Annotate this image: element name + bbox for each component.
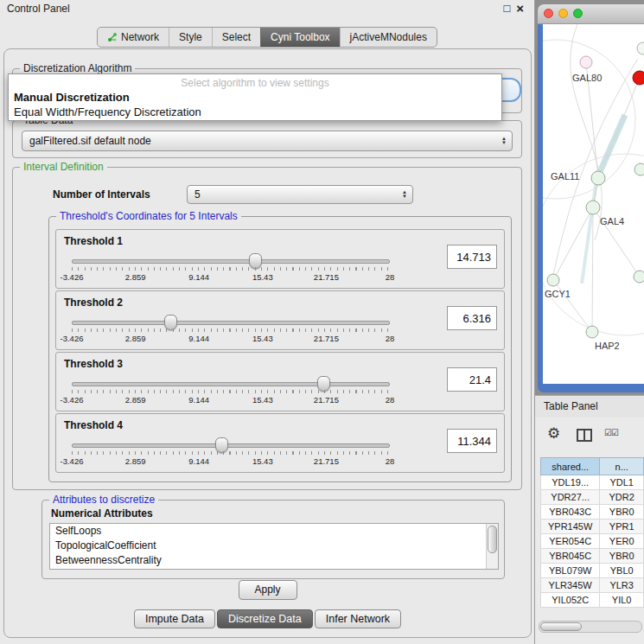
table-row[interactable]: YDR27...YDR2	[541, 490, 644, 505]
list-vertical-scrollbar[interactable]	[486, 524, 498, 569]
right-region: GAL80 GAL11 GAL4 GCY1 HAP2 Table Panel ⚙…	[535, 0, 644, 644]
dropdown-placeholder-item: Select algorithm to view settings	[9, 74, 501, 90]
table-horizontal-scrollbar[interactable]	[539, 621, 642, 633]
slider-scale: -3.426 2.859 9.144 15.43 21.715 28	[72, 395, 390, 405]
combobox-value: galFiltered.sif default node	[22, 135, 151, 147]
settings-gear-icon[interactable]: ⚙	[547, 424, 560, 443]
network-node-selected[interactable]	[633, 71, 644, 85]
apply-button[interactable]: Apply	[239, 580, 297, 600]
combobox-stepper-icon: ▲▼	[397, 190, 412, 199]
network-node[interactable]	[591, 171, 605, 185]
network-node[interactable]	[634, 163, 644, 175]
number-of-intervals-combobox[interactable]: 5 ▲▼	[187, 185, 413, 204]
threshold-4-value-field[interactable]: 11.344	[447, 429, 497, 453]
slider-scale: -3.426 2.859 9.144 15.43 21.715 28	[72, 272, 390, 283]
interval-definition-group: Interval Definition Number of Intervals …	[12, 167, 522, 490]
columns-icon[interactable]	[577, 429, 592, 442]
threshold-4-slider[interactable]: -3.426 2.859 9.144 15.43 21.715 28	[72, 437, 390, 469]
threshold-2-slider[interactable]: -3.426 2.859 9.144 15.43 21.715 28	[72, 314, 390, 347]
tab-label: Style	[179, 31, 202, 43]
table-row[interactable]: YDL19...YDL1	[541, 475, 644, 490]
table-data-combobox[interactable]: galFiltered.sif default node ▲▼	[22, 131, 513, 151]
table-row[interactable]: YPR145WYPR1	[541, 520, 644, 534]
tab-network[interactable]: Network	[98, 28, 169, 47]
slider-track[interactable]	[72, 321, 390, 325]
tab-label: jActiveMNodules	[350, 31, 427, 43]
tab-style[interactable]: Style	[169, 28, 212, 47]
tab-cyni-toolbox[interactable]: Cyni Toolbox	[260, 28, 339, 47]
restore-window-icon[interactable]: □	[503, 2, 510, 16]
table-row[interactable]: YIL052CYIL0	[541, 593, 644, 608]
table-panel-title: Table Panel	[544, 400, 598, 412]
slider-track[interactable]	[72, 443, 390, 448]
dropdown-item-manual-discretization[interactable]: Manual Discretization	[9, 90, 501, 105]
tab-label: Network	[121, 31, 159, 43]
node-label: GAL11	[551, 171, 579, 182]
node-label: GCY1	[545, 289, 571, 299]
close-traffic-light-icon[interactable]	[544, 9, 553, 18]
table-panel: ⚙ ☑☑ shared... n... YDL19...YDL1 YDR27..…	[535, 418, 644, 644]
network-node[interactable]	[586, 326, 598, 338]
threshold-label: Threshold 2	[64, 296, 123, 309]
zoom-traffic-light-icon[interactable]	[573, 9, 583, 18]
minimize-traffic-light-icon[interactable]	[558, 9, 568, 18]
table-row[interactable]: YBR043CYBR0	[541, 505, 644, 520]
node-attribute-table: shared... n... YDL19...YDL1 YDR27...YDR2…	[540, 457, 644, 608]
table-data-group: Table Data galFiltered.sif default node …	[12, 120, 522, 158]
group-title: Discretization Algorithm	[20, 62, 135, 74]
top-tab-bar: Network Style Select Cyni Toolbox jActiv…	[0, 27, 534, 48]
list-item[interactable]: SelfLoops	[50, 524, 498, 539]
tab-infer-network[interactable]: Infer Network	[315, 609, 401, 628]
network-canvas[interactable]: GAL80 GAL11 GAL4 GCY1 HAP2	[543, 24, 644, 384]
number-of-intervals-label: Number of Intervals	[53, 188, 150, 201]
control-panel-titlebar: Control Panel □ ×	[0, 0, 534, 17]
network-node[interactable]	[586, 201, 600, 214]
scrollbar-thumb[interactable]	[488, 526, 497, 553]
tab-discretize-data[interactable]: Discretize Data	[217, 609, 313, 628]
network-node[interactable]	[547, 274, 559, 286]
threshold-1-value-field[interactable]: 14.713	[447, 245, 497, 269]
close-window-icon[interactable]: ×	[516, 2, 524, 16]
scrollbar-thumb[interactable]	[540, 622, 582, 631]
table-row[interactable]: YER054CYER0	[541, 534, 644, 549]
select-columns-icon[interactable]: ☑☑	[604, 428, 618, 437]
slider-scale: -3.426 2.859 9.144 15.43 21.715 28	[72, 334, 390, 344]
network-icon	[107, 32, 118, 42]
dropdown-item-equal-width-frequency[interactable]: Equal Width/Frequency Discretization	[9, 105, 501, 119]
bottom-tab-bar: Impute Data Discretize Data Infer Networ…	[4, 609, 531, 628]
threshold-2-value-field[interactable]: 6.316	[447, 306, 497, 330]
slider-track[interactable]	[72, 382, 390, 386]
network-node[interactable]	[580, 56, 592, 68]
table-row[interactable]: YBL079WYBL0	[541, 564, 644, 578]
thresholds-coordinates-group: Threshold's Coordinates for 5 Intervals …	[48, 216, 512, 482]
column-header-name[interactable]: n...	[600, 458, 644, 475]
slider-scale: -3.426 2.859 9.144 15.43 21.715 28	[72, 456, 390, 467]
table-row[interactable]: YBR045CYBR0	[541, 549, 644, 564]
list-item[interactable]: BetweennessCentrality	[50, 553, 498, 568]
threshold-4-panel: Threshold 4 -3.426 2.859 9.144 15.43 21.…	[55, 413, 505, 473]
threshold-label: Threshold 3	[64, 358, 123, 370]
tab-impute-data[interactable]: Impute Data	[134, 609, 215, 628]
table-toolbar: ⚙ ☑☑	[535, 423, 644, 449]
node-label: GAL80	[572, 73, 602, 83]
node-label: GAL4	[600, 216, 624, 226]
column-header-shared-name[interactable]: shared...	[541, 458, 600, 475]
table-row[interactable]: YLR345WYLR3	[541, 578, 644, 593]
combobox-stepper-icon: ▲▼	[496, 137, 512, 145]
network-window-titlebar	[538, 4, 644, 24]
numerical-attributes-list[interactable]: SelfLoops TopologicalCoefficient Between…	[49, 523, 499, 570]
tab-jactivemnodules[interactable]: jActiveMNodules	[340, 28, 437, 47]
combobox-value: 5	[188, 188, 201, 201]
slider-track[interactable]	[72, 259, 390, 264]
network-node[interactable]	[637, 42, 644, 54]
list-item[interactable]: TopologicalCoefficient	[50, 539, 498, 553]
threshold-1-slider[interactable]: -3.426 2.859 9.144 15.43 21.715 28	[72, 252, 390, 285]
slider-ticks	[72, 390, 390, 393]
threshold-3-slider[interactable]: -3.426 2.859 9.144 15.43 21.715 28	[72, 375, 390, 408]
group-title: Attributes to discretize	[49, 494, 158, 506]
tab-select[interactable]: Select	[212, 28, 260, 47]
threshold-3-value-field[interactable]: 21.4	[447, 367, 497, 392]
group-title: Threshold's Coordinates for 5 Intervals	[56, 210, 241, 222]
attributes-to-discretize-group: Attributes to discretize Numerical Attri…	[41, 500, 505, 579]
network-node[interactable]	[634, 271, 644, 283]
